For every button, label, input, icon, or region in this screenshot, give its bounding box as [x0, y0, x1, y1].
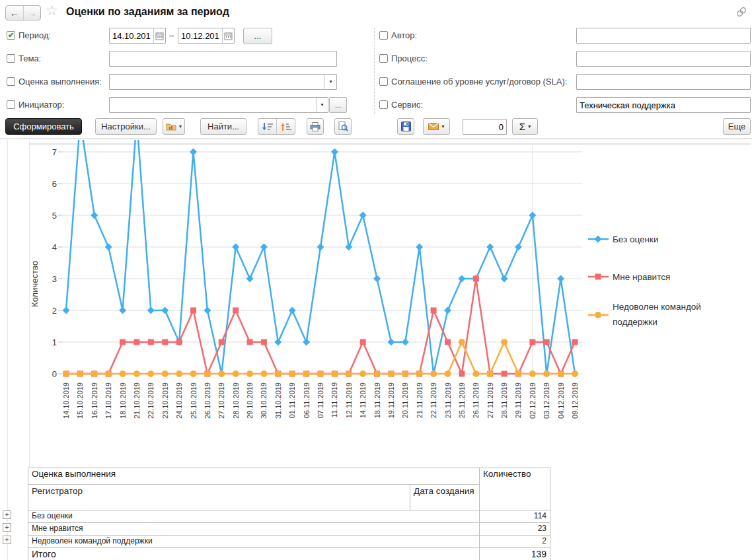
find-button[interactable]: Найти... [200, 118, 246, 135]
row-count[interactable]: 23 [480, 523, 550, 536]
topic-checkbox[interactable] [7, 54, 15, 63]
initiator-dropdown-button[interactable]: ▾ [316, 98, 328, 112]
more-button[interactable]: Еще [723, 118, 751, 135]
rating-label: Оценка выполнения: [19, 74, 102, 90]
service-input[interactable] [577, 98, 750, 112]
row-label[interactable]: Недоволен командой поддержки [28, 536, 480, 548]
period-range-dash: – [169, 28, 174, 44]
svg-text:0: 0 [52, 369, 57, 379]
save-icon [401, 122, 411, 131]
svg-text:26.10.2019: 26.10.2019 [204, 382, 211, 419]
print-button[interactable] [307, 118, 324, 135]
process-checkbox[interactable] [379, 54, 388, 63]
row-label[interactable]: Мне нравится [28, 523, 480, 536]
row-count[interactable]: 114 [480, 510, 550, 523]
rating-dropdown-button[interactable]: ▾ [324, 75, 336, 89]
svg-text:18.11.2019: 18.11.2019 [373, 382, 381, 418]
topic-input[interactable] [110, 52, 336, 66]
settings-button[interactable]: Настройки... [95, 118, 157, 135]
table-row: Мне нравится 23 [28, 523, 550, 536]
chevron-down-icon: ▾ [320, 102, 323, 108]
initiator-checkbox[interactable] [7, 100, 15, 109]
rating-input[interactable] [110, 75, 324, 89]
process-input[interactable] [577, 52, 750, 66]
table-header-created[interactable]: Дата создания [410, 485, 480, 510]
email-button[interactable]: ▾ [423, 118, 450, 135]
process-label: Процесс: [391, 51, 428, 67]
table-row: Недоволен командой поддержки 2 [28, 536, 550, 548]
sort-ascending-button[interactable] [277, 119, 295, 134]
back-button[interactable]: ← [6, 6, 23, 20]
ratings-line-chart[interactable]: 0123456714.10.201915.10.201916.10.201917… [0, 140, 752, 468]
svg-text:3: 3 [52, 274, 57, 284]
forward-button[interactable]: → [23, 6, 41, 20]
link-icon[interactable] [735, 5, 748, 18]
svg-text:27.11.2019: 27.11.2019 [486, 382, 494, 418]
generate-button[interactable]: Сформировать [5, 118, 82, 135]
author-checkbox[interactable] [379, 31, 388, 40]
filter-columns-splitter[interactable] [374, 28, 375, 114]
expand-row-3-button[interactable]: + [3, 536, 11, 544]
chevron-down-icon: ▾ [329, 79, 332, 85]
table-header-rating[interactable]: Оценка выполнения [28, 468, 480, 485]
svg-text:Мне нравится: Мне нравится [613, 272, 670, 282]
service-label: Сервис: [391, 97, 423, 113]
svg-text:Недоволен командой: Недоволен командой [613, 302, 701, 312]
sigma-button[interactable]: Σ ▾ [512, 118, 538, 135]
svg-text:14.10.2019: 14.10.2019 [62, 382, 70, 419]
svg-text:5: 5 [52, 211, 57, 221]
calendar-icon[interactable] [153, 28, 165, 43]
period-to-input[interactable] [178, 28, 222, 43]
svg-text:23.11.2019: 23.11.2019 [444, 382, 452, 418]
svg-text:6: 6 [52, 179, 57, 189]
period-from-input[interactable] [110, 28, 153, 43]
svg-text:7: 7 [52, 147, 57, 157]
page-title: Оценки по заданиям за период [66, 6, 229, 18]
svg-text:27.10.2019: 27.10.2019 [217, 382, 225, 419]
initiator-more-button[interactable]: ... [329, 97, 347, 113]
period-more-button[interactable]: ... [243, 28, 272, 44]
sigma-icon: Σ [519, 121, 525, 132]
summary-table: Оценка выполнения Количество Регистратор… [28, 468, 550, 560]
author-label: Автор: [391, 28, 417, 44]
svg-text:15.10.2019: 15.10.2019 [76, 382, 84, 419]
calendar-icon[interactable] [222, 28, 234, 43]
printer-icon [310, 122, 320, 131]
svg-text:23.10.2019: 23.10.2019 [161, 382, 169, 419]
svg-text:28.11.2019: 28.11.2019 [500, 382, 508, 418]
expand-row-2-button[interactable]: + [3, 523, 11, 532]
expand-row-1-button[interactable]: + [3, 510, 11, 519]
chevron-down-icon: ▾ [179, 124, 182, 129]
sla-input[interactable] [577, 75, 750, 89]
save-button[interactable] [397, 118, 414, 135]
rating-checkbox[interactable] [7, 77, 15, 86]
initiator-label: Инициатор: [19, 97, 64, 113]
period-checkbox[interactable]: ✔ [7, 31, 15, 40]
svg-text:2: 2 [52, 306, 57, 316]
author-input[interactable] [577, 28, 750, 43]
report-variants-button[interactable]: ▾ [163, 118, 185, 135]
table-header-count[interactable]: Количество [480, 468, 550, 510]
svg-text:24.10.2019: 24.10.2019 [175, 382, 183, 419]
sort-descending-button[interactable] [258, 119, 277, 134]
svg-text:18.10.2019: 18.10.2019 [119, 382, 127, 419]
initiator-input[interactable] [110, 98, 316, 112]
favorite-star-icon[interactable]: ☆ [46, 3, 58, 18]
total-count: 139 [480, 548, 550, 560]
sort-ascending-icon [280, 122, 292, 131]
svg-text:31.10.2019: 31.10.2019 [274, 382, 282, 419]
svg-text:04.12.2019: 04.12.2019 [557, 382, 565, 419]
period-label: Период: [19, 28, 51, 44]
service-checkbox[interactable] [379, 100, 388, 109]
preview-button[interactable] [334, 118, 352, 135]
total-label: Итого [28, 548, 480, 560]
folder-variants-icon [166, 122, 176, 131]
svg-text:19.11.2019: 19.11.2019 [387, 382, 395, 418]
counter-input[interactable] [463, 120, 506, 134]
table-header-registrar[interactable]: Регистратор [28, 485, 410, 510]
row-label[interactable]: Без оценки [28, 510, 480, 523]
sla-checkbox[interactable] [379, 77, 388, 86]
svg-text:28.10.2019: 28.10.2019 [232, 382, 240, 419]
svg-text:Без оценки: Без оценки [613, 234, 659, 244]
row-count[interactable]: 2 [480, 536, 550, 548]
